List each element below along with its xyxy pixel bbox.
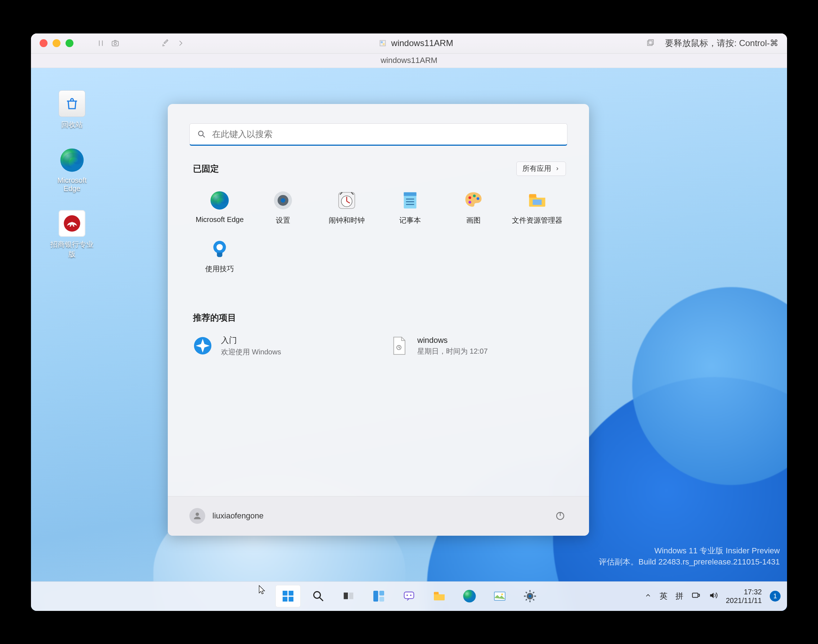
photos-button[interactable] — [487, 585, 512, 607]
clock-date: 2021/11/11 — [726, 596, 762, 605]
svg-point-18 — [469, 196, 472, 199]
desktop-icons: 回收站 Microsoft Edge 招商银行专业版 — [51, 90, 94, 259]
chat-button[interactable] — [397, 585, 421, 607]
folder-icon — [526, 190, 548, 211]
ime-indicator-mode[interactable]: 拼 — [675, 591, 683, 601]
watermark-line1: Windows 11 专业版 Insider Preview — [599, 546, 780, 557]
avatar-icon — [189, 508, 205, 524]
svg-rect-4 — [383, 43, 384, 45]
pin-label: Microsoft Edge — [195, 216, 243, 224]
pinned-app-paint[interactable]: 画图 — [443, 186, 504, 229]
power-button[interactable] — [553, 509, 567, 523]
taskbar-clock[interactable]: 17:32 2021/11/11 — [726, 587, 762, 605]
minimize-button[interactable] — [52, 39, 60, 47]
svg-rect-37 — [374, 591, 378, 601]
tray-overflow-button[interactable] — [644, 592, 652, 601]
svg-point-1 — [114, 43, 117, 45]
svg-rect-43 — [434, 592, 438, 594]
recommended-item-doc[interactable]: windows 星期日，时间为 12:07 — [386, 332, 567, 360]
pinned-app-notepad[interactable]: 记事本 — [380, 186, 440, 229]
task-view-button[interactable] — [336, 585, 361, 607]
svg-point-25 — [216, 244, 223, 250]
vm-window: windows11ARM 要释放鼠标，请按: Control-⌘ windows… — [31, 34, 787, 611]
settings-taskbar-button[interactable] — [517, 585, 543, 607]
document-icon — [389, 335, 409, 356]
taskbar-center — [275, 585, 543, 607]
mouse-cursor — [257, 585, 268, 595]
fullscreen-button[interactable] — [66, 39, 74, 47]
svg-rect-5 — [648, 41, 652, 46]
recycle-bin-icon — [59, 90, 85, 117]
desktop-icon-cmb-bank[interactable]: 招商银行专业版 — [51, 210, 94, 259]
pin-label: 记事本 — [399, 216, 421, 225]
explorer-button[interactable] — [427, 585, 452, 607]
svg-rect-32 — [283, 597, 287, 601]
taskbar-search-button[interactable] — [306, 585, 331, 607]
pinned-app-tips[interactable]: 使用技巧 — [189, 235, 250, 278]
desktop-icon-label: 回收站 — [61, 120, 83, 130]
reco-title: windows — [417, 336, 488, 345]
svg-rect-36 — [349, 593, 354, 599]
taskbar: 英 拼 17:32 2021/11/11 1 — [31, 581, 787, 611]
svg-rect-3 — [381, 41, 382, 43]
svg-rect-31 — [289, 591, 294, 595]
svg-rect-30 — [283, 591, 287, 595]
pin-label: 文件资源管理器 — [512, 216, 562, 225]
pinned-app-explorer[interactable]: 文件资源管理器 — [507, 186, 567, 229]
pinned-grid: Microsoft Edge 设置 闹钟和时钟 记事本 画图 — [189, 186, 567, 308]
svg-point-13 — [281, 198, 286, 202]
start-user-button[interactable]: liuxiaofengone — [189, 508, 263, 524]
pinned-app-edge[interactable]: Microsoft Edge — [189, 186, 250, 229]
all-apps-label: 所有应用 — [523, 164, 551, 173]
edge-icon — [59, 147, 85, 173]
vm-sub-title: windows11ARM — [381, 56, 437, 65]
volume-icon[interactable] — [709, 591, 718, 602]
pinned-app-clock[interactable]: 闹钟和时钟 — [317, 186, 377, 229]
pause-vm-button[interactable] — [96, 38, 106, 48]
ime-indicator-lang[interactable]: 英 — [660, 591, 667, 601]
svg-rect-0 — [112, 41, 118, 46]
system-tray: 英 拼 17:32 2021/11/11 1 — [644, 587, 781, 605]
pin-label: 画图 — [466, 216, 481, 225]
guest-desktop[interactable]: 回收站 Microsoft Edge 招商银行专业版 Windows 11 专业… — [31, 68, 787, 611]
snapshot-button[interactable] — [110, 38, 120, 48]
svg-rect-35 — [344, 593, 348, 599]
vm-title: windows11ARM — [391, 38, 453, 48]
svg-point-41 — [406, 594, 408, 596]
start-search-box[interactable] — [189, 123, 567, 146]
desktop-icon-edge[interactable]: Microsoft Edge — [51, 147, 94, 193]
configure-button[interactable] — [161, 38, 171, 48]
svg-point-9 — [198, 131, 203, 136]
search-icon — [197, 130, 206, 139]
svg-point-21 — [469, 201, 472, 204]
svg-rect-45 — [494, 592, 505, 600]
windowed-mode-button[interactable] — [645, 38, 655, 48]
pinned-app-settings[interactable]: 设置 — [253, 186, 313, 229]
clock-time: 17:32 — [726, 587, 762, 596]
recommended-item-getstarted[interactable]: 入门 欢迎使用 Windows — [189, 332, 371, 360]
notification-badge[interactable]: 1 — [770, 591, 781, 601]
start-button[interactable] — [275, 585, 301, 607]
svg-rect-17 — [404, 192, 417, 196]
svg-point-20 — [477, 197, 480, 200]
desktop-icon-label: 招商银行专业版 — [51, 239, 94, 259]
recommended-header: 推荐的项目 — [193, 312, 236, 324]
svg-point-34 — [314, 592, 320, 598]
notepad-icon — [399, 190, 421, 211]
getstarted-icon — [192, 335, 213, 356]
close-button[interactable] — [40, 39, 48, 47]
edge-taskbar-button[interactable] — [457, 585, 482, 607]
all-apps-button[interactable]: 所有应用 — [516, 161, 566, 176]
forward-button[interactable] — [176, 38, 186, 48]
desktop-icon-recycle-bin[interactable]: 回收站 — [51, 90, 94, 130]
pin-label: 闹钟和时钟 — [329, 216, 365, 225]
start-footer: liuxiaofengone — [168, 496, 589, 536]
network-icon[interactable] — [691, 591, 701, 602]
svg-rect-23 — [532, 199, 541, 205]
svg-point-44 — [463, 590, 476, 603]
widgets-button[interactable] — [366, 585, 391, 607]
start-search-input[interactable] — [212, 129, 560, 139]
reco-subtitle: 星期日，时间为 12:07 — [417, 347, 488, 356]
desktop-icon-label: Microsoft Edge — [51, 176, 94, 193]
gear-icon — [272, 190, 294, 211]
